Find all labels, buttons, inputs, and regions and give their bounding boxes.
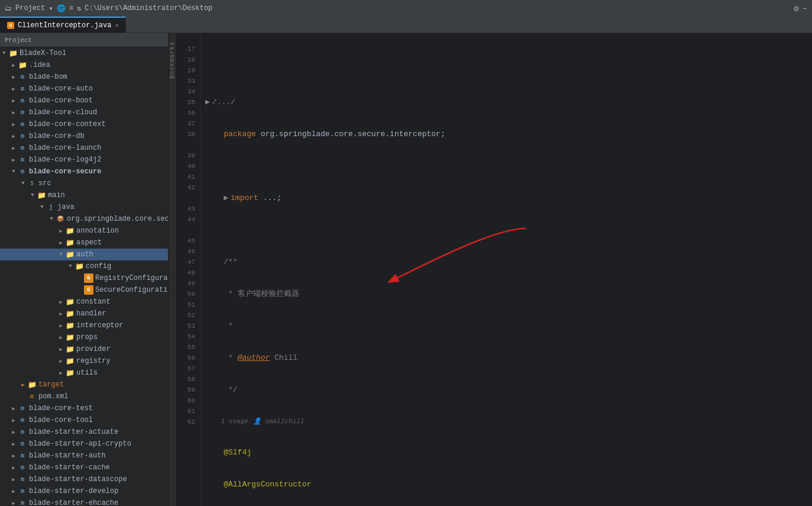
tree-item-secure-config[interactable]: G SecureConfiguration [0,284,168,296]
sidebar: Project ▼ 📁 BladeX-Tool ▶ 📁 .idea ▶ m bl… [0,33,169,506]
title-icon1[interactable]: 🌐 [57,4,66,13]
tab-client-interceptor[interactable]: G ClientInterceptor.java ✕ [0,17,126,33]
title-path: C:\Users\Administrator\Desktop [85,4,212,12]
tree-item-bladex[interactable]: ▼ 📁 BladeX-Tool [0,47,168,59]
tree-item-blade-core-log4j2[interactable]: ▶ m blade-core-log4j2 [0,154,168,166]
tree-item-idea[interactable]: ▶ 📁 .idea [0,59,168,71]
editor[interactable]: 17 18 19 33 34 35 36 37 38 39 40 41 42 4… [177,33,812,506]
project-icon: 🗂 [5,4,12,13]
tree-item-handler[interactable]: ▶ 📁 handler [0,308,168,320]
tab-close-icon[interactable]: ✕ [115,22,118,29]
tree-item-blade-core-test[interactable]: ▶ m blade-core-test [0,402,168,414]
tree-item-utils[interactable]: ▶ 📁 utils [0,367,168,379]
tree-item-annotation[interactable]: ▶ 📁 annotation [0,225,168,237]
minimize-icon[interactable]: – [803,4,807,14]
code-line-usage1: 1 usage👤 smallchill [205,417,812,426]
bookmarks-label: Bookmarks [169,41,176,79]
tab-label: ClientInterceptor.java [18,21,111,30]
tab-java-icon: G [7,22,14,29]
tree-item-pom[interactable]: m pom.xml [0,391,168,402]
tree-item-blade-core-context[interactable]: ▶ m blade-core-context [0,118,168,130]
project-dropdown-icon[interactable]: ▾ [48,4,53,13]
tree-item-blade-core-auto[interactable]: ▶ m blade-core-auto [0,83,168,95]
code-line-35: * 客户端校验拦截器 [205,289,812,299]
tree-item-target[interactable]: ▶ 📁 target [0,379,168,391]
line-numbers: 17 18 19 33 34 35 36 37 38 39 40 41 42 4… [177,33,200,506]
tree-item-interceptor[interactable]: ▶ 📁 interceptor [0,320,168,331]
code-line-18 [205,161,812,172]
tree-item-blade-starter-auth[interactable]: ▶ m blade-starter-auth [0,450,168,462]
tree-item-blade-core-boot[interactable]: ▶ m blade-core-boot [0,95,168,107]
title-bar-icons: ⚙ – [794,4,807,14]
tree-item-main[interactable]: ▼ 📁 main [0,189,168,201]
sidebar-header: Project [0,33,168,47]
tree-item-aspect[interactable]: ▶ 📁 aspect [0,237,168,249]
code-line-19: ▶import ...; [205,193,812,204]
tree-item-blade-core-launch[interactable]: ▶ m blade-core-launch [0,142,168,154]
tree-item-blade-core-cloud[interactable]: ▶ m blade-core-cloud [0,107,168,118]
tree-item-registry[interactable]: ▶ 📁 registry [0,355,168,367]
bookmarks-bar: Bookmarks [169,33,177,506]
tree-item-java[interactable]: ▼ j java [0,201,168,213]
tree-item-provider[interactable]: ▶ 📁 provider [0,343,168,355]
tree-item-config[interactable]: ▼ 📁 config [0,260,168,272]
code-line-36: * [205,321,812,331]
tree-item-blade-starter-develop[interactable]: ▶ m blade-starter-develop [0,485,168,497]
title-icon2[interactable]: ≡ [69,4,73,12]
code-line-17: package org.springblade.core.secure.inte… [205,129,812,140]
tree-item-props[interactable]: ▶ 📁 props [0,331,168,343]
tree-item-blade-core-tool[interactable]: ▶ m blade-core-tool [0,414,168,426]
settings-icon[interactable]: ⚙ [794,4,798,14]
main-content: Project ▼ 📁 BladeX-Tool ▶ 📁 .idea ▶ m bl… [0,33,812,506]
title-bar: 🗂 Project ▾ 🌐 ≡ ⇅ C:\Users\Administrator… [0,0,812,17]
project-tree-label: Project [5,37,32,44]
code-content: ▶/.../ package org.springblade.core.secu… [200,33,812,506]
code-line-34: /** [205,257,812,267]
code-line-39: @Slf4j [205,447,812,458]
code-line-38: */ [205,385,812,395]
code-line-40: @AllArgsConstructor [205,479,812,490]
tree-item-blade-starter-datascope[interactable]: ▶ m blade-starter-datascope [0,473,168,485]
project-label[interactable]: Project [15,4,45,12]
tab-bar: G ClientInterceptor.java ✕ [0,17,812,33]
title-bar-left: 🗂 Project ▾ 🌐 ≡ ⇅ C:\Users\Administrator… [5,4,212,13]
code-line-collapsed1: ▶/.../ [205,97,812,108]
code-line-37: * @author Chill [205,353,812,363]
tree-item-registry-config[interactable]: G RegistryConfiguration [0,272,168,284]
tree-item-blade-starter-ehcache[interactable]: ▶ m blade-starter-ehcache [0,497,168,506]
title-icon3[interactable]: ⇅ [77,4,81,13]
tree-item-blade-starter-actuate[interactable]: ▶ m blade-starter-actuate [0,426,168,438]
tree-item-blade-core-secure[interactable]: ▼ m blade-core-secure [0,166,168,178]
tree-item-constant[interactable]: ▶ 📁 constant [0,296,168,308]
tree-item-auth[interactable]: ▼ 📁 auth [0,249,168,260]
tree-item-blade-starter-api-crypto[interactable]: ▶ m blade-starter-api-crypto [0,438,168,450]
tree-item-src[interactable]: ▼ S src [0,178,168,189]
tree-item-package[interactable]: ▼ 📦 org.springblade.core.secure [0,213,168,225]
code-line-33 [205,225,812,236]
tree-item-blade-bom[interactable]: ▶ m blade-bom [0,71,168,83]
tree-item-blade-starter-cache[interactable]: ▶ m blade-starter-cache [0,462,168,473]
tree-item-blade-core-db[interactable]: ▶ m blade-core-db [0,130,168,142]
